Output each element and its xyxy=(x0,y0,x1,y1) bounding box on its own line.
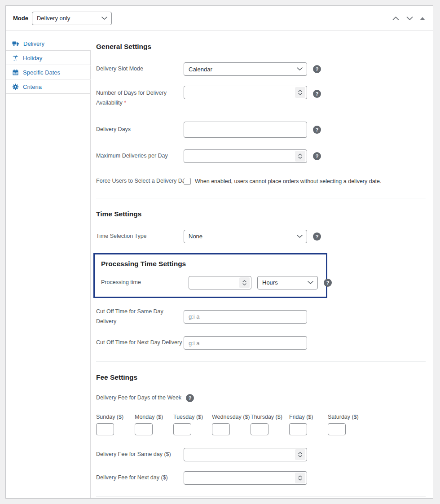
processing-time-unit-wrap: Hours xyxy=(257,276,318,289)
section-divider xyxy=(96,198,426,198)
fee-next-day-input[interactable] xyxy=(184,471,307,485)
force-select-row: Force Users to Select a Delivery Date Wh… xyxy=(96,176,426,186)
number-stepper[interactable] xyxy=(295,87,305,98)
number-of-days-label-text: Number of Days for Delivery Availability xyxy=(96,90,167,106)
fee-day-label: Thursday ($) xyxy=(251,414,289,420)
section-divider xyxy=(96,361,426,362)
help-icon[interactable]: ? xyxy=(313,90,321,98)
max-deliveries-label: Maximum Deliveries per Day xyxy=(96,151,184,161)
delivery-slot-mode-select[interactable]: Calendar xyxy=(184,62,307,76)
sidebar-tab-label: Holiday xyxy=(23,55,42,61)
help-icon[interactable]: ? xyxy=(186,394,194,402)
week-fee-label: Delivery Fee for Days of the Week xyxy=(96,393,181,403)
fee-day-label: Sunday ($) xyxy=(96,414,135,420)
fee-day-input[interactable] xyxy=(135,423,153,435)
sidebar-filler xyxy=(6,94,91,498)
delivery-settings-panel: Mode Delivery only xyxy=(5,5,433,499)
fee-day-label: Wednesday ($) xyxy=(212,414,251,420)
force-select-checkbox[interactable] xyxy=(184,178,191,185)
sidebar-tab-holiday[interactable]: Holiday xyxy=(6,51,91,65)
delivery-days-input[interactable] xyxy=(184,122,307,138)
number-stepper[interactable] xyxy=(295,151,305,162)
time-selection-type-label: Time Selection Type xyxy=(96,232,184,241)
number-of-days-input-wrap xyxy=(184,86,307,99)
fee-same-day-row: Delivery Fee for Same day ($) xyxy=(96,448,426,461)
fee-same-day-label: Delivery Fee for Same day ($) xyxy=(96,450,184,460)
help-icon[interactable]: ? xyxy=(313,65,321,73)
fee-day-friday: Friday ($) xyxy=(289,414,328,435)
number-stepper[interactable] xyxy=(295,473,305,483)
fee-day-label: Tuesday ($) xyxy=(173,414,212,420)
cutoff-same-day-label: Cut Off Time for Same Day Delivery xyxy=(96,307,184,327)
help-icon[interactable]: ? xyxy=(324,279,332,287)
fee-day-input[interactable] xyxy=(173,423,191,435)
max-deliveries-row: Maximum Deliveries per Day ? xyxy=(96,149,426,163)
delivery-days-input-wrap xyxy=(184,122,307,138)
number-of-days-label: Number of Days for Delivery Availability… xyxy=(96,86,184,108)
fee-day-label: Saturday ($) xyxy=(328,414,366,420)
section-divider xyxy=(96,496,426,497)
delivery-slot-mode-row: Delivery Slot Mode Calendar ? xyxy=(96,62,426,76)
fee-next-day-input-wrap xyxy=(184,471,307,485)
fee-day-input[interactable] xyxy=(289,423,307,435)
processing-time-label: Processing time xyxy=(101,278,189,288)
fee-day-label: Friday ($) xyxy=(289,414,328,420)
number-of-days-input[interactable] xyxy=(184,86,307,99)
settings-body: Delivery Holiday xyxy=(6,31,433,498)
move-down-icon[interactable] xyxy=(406,16,413,21)
help-icon[interactable]: ? xyxy=(313,126,321,134)
sidebar-tab-delivery[interactable]: Delivery xyxy=(6,36,91,51)
fee-settings-heading: Fee Settings xyxy=(96,373,426,381)
fee-same-day-input[interactable] xyxy=(184,448,307,461)
settings-content: General Settings Delivery Slot Mode Cale… xyxy=(91,31,433,498)
gear-icon xyxy=(12,83,19,90)
palm-tree-icon xyxy=(12,55,19,61)
sidebar-tab-specific-dates[interactable]: Specific Dates xyxy=(6,65,91,79)
time-selection-type-select-wrap: None xyxy=(184,230,307,243)
sidebar-tab-label: Delivery xyxy=(23,40,44,47)
general-settings-heading: General Settings xyxy=(96,43,426,51)
metabox-controls xyxy=(392,16,425,21)
number-stepper[interactable] xyxy=(239,277,250,288)
cutoff-next-day-input[interactable] xyxy=(184,336,307,350)
time-settings-heading: Time Settings xyxy=(96,210,426,218)
number-stepper[interactable] xyxy=(295,449,305,460)
delivery-days-label: Delivery Days xyxy=(96,125,184,135)
number-of-days-row: Number of Days for Delivery Availability… xyxy=(96,86,426,108)
force-select-description: When enabled, users cannot place orders … xyxy=(195,178,382,184)
processing-time-input-wrap xyxy=(189,276,251,289)
fee-day-input[interactable] xyxy=(328,423,346,435)
fee-day-wednesday: Wednesday ($) xyxy=(212,414,251,435)
fee-day-label: Monday ($) xyxy=(135,414,173,420)
fee-day-sunday: Sunday ($) xyxy=(96,414,135,435)
max-deliveries-input[interactable] xyxy=(184,149,307,163)
help-icon[interactable]: ? xyxy=(313,152,321,160)
fee-day-tuesday: Tuesday ($) xyxy=(173,414,212,435)
processing-time-row: Processing time Hours xyxy=(101,276,320,289)
force-select-label: Force Users to Select a Delivery Date xyxy=(96,176,184,186)
mode-label: Mode xyxy=(13,15,28,22)
mode-select[interactable]: Delivery only xyxy=(32,12,112,25)
cutoff-next-day-row: Cut Off Time for Next Day Delivery xyxy=(96,336,426,350)
move-up-icon[interactable] xyxy=(392,16,399,21)
fee-day-saturday: Saturday ($) xyxy=(328,414,366,435)
cutoff-same-day-input-wrap xyxy=(184,310,307,324)
max-deliveries-input-wrap xyxy=(184,149,307,163)
fee-day-input[interactable] xyxy=(96,423,114,435)
cutoff-same-day-row: Cut Off Time for Same Day Delivery xyxy=(96,307,426,327)
fee-day-thursday: Thursday ($) xyxy=(251,414,289,435)
time-selection-type-select[interactable]: None xyxy=(184,230,307,243)
processing-time-unit-select[interactable]: Hours xyxy=(257,276,318,289)
fee-day-input[interactable] xyxy=(251,423,268,435)
settings-sidebar: Delivery Holiday xyxy=(6,31,91,498)
week-fee-grid: Sunday ($) Monday ($) Tuesday ($) Wednes… xyxy=(96,414,426,435)
sidebar-tab-criteria[interactable]: Criteria xyxy=(6,79,91,94)
toggle-panel-icon[interactable] xyxy=(420,17,425,20)
cutoff-next-day-label: Cut Off Time for Next Day Delivery xyxy=(96,338,184,348)
fee-next-day-label: Delivery Fee for Next day ($) xyxy=(96,473,184,483)
delivery-slot-mode-label: Delivery Slot Mode xyxy=(96,64,184,74)
fee-day-input[interactable] xyxy=(212,423,230,435)
cutoff-same-day-input[interactable] xyxy=(184,310,307,324)
help-icon[interactable]: ? xyxy=(313,232,321,241)
mode-select-wrap: Delivery only xyxy=(32,12,112,25)
